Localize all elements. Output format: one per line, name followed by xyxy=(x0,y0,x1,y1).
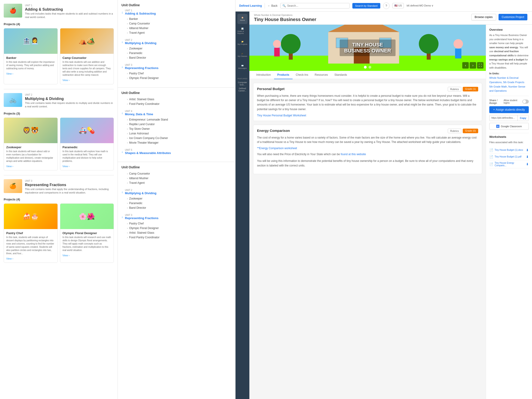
outline-item-food-pantry[interactable]: ›Food Pantry Coordinator xyxy=(127,101,232,106)
outline-sect3-unit2-name: Multiplying & Dividing xyxy=(125,191,157,195)
outline-item-stained-glass[interactable]: ›Artist: Stained Glass xyxy=(127,97,232,101)
back-button[interactable]: ← Back xyxy=(268,4,278,7)
outline-item-camp2[interactable]: ›Camp Counselor xyxy=(127,171,232,176)
banker-view-link[interactable]: View › xyxy=(6,72,13,75)
worksheet-download-3[interactable]: ⬇ xyxy=(526,162,529,166)
tab-check-ins[interactable]: Check-Ins xyxy=(292,71,311,79)
outline-unit3-header[interactable]: ↓ UNIT 3 Representing Fractions xyxy=(121,64,232,70)
nav-messages-item[interactable]: ✉️ Messages xyxy=(237,62,247,72)
search-input[interactable] xyxy=(287,4,348,7)
outline-item-iditarod2[interactable]: ›Iditarod Musher xyxy=(127,176,232,181)
video-prev-button[interactable]: ‹ xyxy=(462,62,469,69)
camp-counselor-view-link[interactable]: View › xyxy=(63,79,70,82)
video-fullscreen-button[interactable]: ⛶ xyxy=(477,62,483,69)
paramedic-title: Paramedic xyxy=(63,146,112,149)
outline-item-food2[interactable]: ›Food Pantry Coordinator xyxy=(127,235,232,240)
energy-comparison-rubrics-button[interactable]: Rubrics xyxy=(448,129,461,133)
chevron-icon: › xyxy=(127,119,128,121)
worksheet-download-2[interactable]: ⬇ xyxy=(526,155,529,159)
outline-item-stained2[interactable]: ›Artist: Stained Glass xyxy=(127,230,232,235)
outline-unit5-header[interactable]: ↓ UNIT 5 Shapes & Measurable Attributes xyxy=(121,149,232,155)
help-button[interactable]: ? xyxy=(383,3,390,9)
paramedic-view-link[interactable]: View › xyxy=(63,165,70,168)
nav-classes-item[interactable]: 🎓 My Classes xyxy=(237,50,247,60)
browse-copies-button[interactable]: Browse copies xyxy=(471,14,496,20)
zookeeper-view-link[interactable]: View › xyxy=(6,165,13,168)
outline-item-camp-counselor[interactable]: ›Camp Counselor xyxy=(127,21,232,26)
personal-budget-rubrics-button[interactable]: Rubrics xyxy=(448,87,461,91)
allow-logins-toggle[interactable] xyxy=(522,100,529,104)
nav-home-item[interactable]: 🏠 Home xyxy=(237,14,247,24)
in-units-link-1[interactable]: Whole Number & Decimal Operations, 5th G… xyxy=(489,76,529,84)
outline-item-lemonade[interactable]: ›Entrepreneur: Lemonade Stand xyxy=(127,117,232,122)
outline-item-lunar[interactable]: ›Lunar Astronaut xyxy=(127,131,232,136)
search-icon: 🔍 xyxy=(282,4,286,7)
worksheet-name-1[interactable]: Tiny House Budget (1).docx xyxy=(494,149,526,151)
outline-item-zookeeper[interactable]: ›Zookeeper xyxy=(127,46,232,51)
outline-item-banker-label: Banker xyxy=(129,17,138,20)
worksheet-name-2[interactable]: Tiny House Budget (1).pdf xyxy=(494,155,526,158)
account-button[interactable]: b6 defined-MO Demo ∨ xyxy=(407,4,433,7)
electricity-price-link[interactable]: found at this website xyxy=(341,153,366,156)
copy-button[interactable]: Copy xyxy=(518,115,529,121)
tab-resources[interactable]: Resources xyxy=(311,71,331,79)
outline-item-toy-store[interactable]: ›Toy Store Owner xyxy=(127,127,232,131)
energy-comparison-worksheet-link[interactable]: **Energy Comparison worksheet xyxy=(257,147,297,150)
floral-designer-view-link[interactable]: View › xyxy=(63,254,70,257)
outline-item-travel-agent[interactable]: ›Travel Agent xyxy=(127,31,232,35)
featured-defined-career[interactable]: Defined Career... xyxy=(236,87,248,93)
video-next-button[interactable]: › xyxy=(470,62,476,69)
featured-label: FEATURED xyxy=(236,78,248,80)
outline-item-iditarod[interactable]: ›Iditarod Musher xyxy=(127,26,232,31)
in-units-link-2[interactable]: 5th Grade Math, Number Sense and Operati… xyxy=(489,84,529,93)
search-by-standard-button[interactable]: Search by Standard xyxy=(352,3,380,9)
banker-desc: In this task students will explore the i… xyxy=(6,61,55,70)
pastry-chef-view-link[interactable]: View › xyxy=(6,257,13,260)
google-classroom-button[interactable]: G Google Classroom xyxy=(489,123,529,130)
outline-item-band-director[interactable]: ›Band Director xyxy=(127,55,232,60)
outline-item-zookeeper-label: Zookeeper xyxy=(129,47,142,50)
chevron-icon: › xyxy=(127,142,128,144)
personal-budget-desc: When purchasing a home, there are many t… xyxy=(257,94,478,112)
featured-computer-science[interactable]: Computer Scie... xyxy=(236,81,248,87)
outline-sect3-unit2-header[interactable]: ↓ UNIT 2 Multiplying & Dividing xyxy=(121,189,232,195)
outline-item-olympic-floral[interactable]: ›Olympic Floral Designer xyxy=(127,76,232,80)
outline-item-camp-counselor-label: Camp Counselor xyxy=(129,22,150,25)
tab-standards[interactable]: Standards xyxy=(331,71,350,79)
outline-item-pastry2-label: Pastry Chef xyxy=(129,222,144,225)
nav-goals-item[interactable]: 📊 Goals & Reports xyxy=(237,26,247,36)
outline-item-reptile[interactable]: ›Reptile Land Curator xyxy=(127,122,232,127)
outline-item-floral2[interactable]: ›Olympic Floral Designer xyxy=(127,226,232,230)
search-box[interactable]: 🔍 xyxy=(280,3,350,9)
worksheet-name-3[interactable]: Tiny House Energy Comparis... xyxy=(494,162,526,167)
chevron-icon: › xyxy=(127,182,128,184)
outline-item-lemonade-label: Entrepreneur: Lemonade Stand xyxy=(129,118,168,121)
outline-unit4-header[interactable]: ↓ UNIT 4 Money, Data & Time xyxy=(121,110,232,116)
chevron-icon: › xyxy=(127,227,128,229)
region-button[interactable]: 🇺🇸 US xyxy=(392,3,404,8)
assign-students-directly-button[interactable]: + Assign students directly xyxy=(489,106,529,113)
outline-sect3-unit3-header[interactable]: ↓ UNIT 3 Representing Fractions xyxy=(121,214,232,220)
outline-unit5-name: Shapes & Measurable Attributes xyxy=(125,151,171,155)
worksheet-download-1[interactable]: ⬇ xyxy=(526,148,529,152)
outline-item-travel2[interactable]: ›Travel Agent xyxy=(127,181,232,185)
outline-no-unit-items: ›Artist: Stained Glass ›Food Pantry Coor… xyxy=(121,97,232,106)
personal-budget-worksheet-link[interactable]: Tiny House Personal Budget Worksheet xyxy=(257,114,306,117)
nav-projects-item[interactable]: 📁 My Projects xyxy=(237,38,247,48)
customize-project-button[interactable]: Customize Project xyxy=(499,14,527,20)
outline-item-ice-cream[interactable]: ›Ice Cream Company Co-Owner xyxy=(127,136,232,140)
outline-item-pastry2[interactable]: ›Pastry Chef xyxy=(127,221,232,226)
tab-products[interactable]: Products xyxy=(274,71,292,79)
outline-item-banker[interactable]: ›Banker xyxy=(127,17,232,21)
outline-item-para2[interactable]: ›Paramedic xyxy=(127,201,232,205)
outline-item-paramedic[interactable]: ›Paramedic xyxy=(127,51,232,55)
floral-designer-image: 🌸🌺 xyxy=(60,204,114,229)
outline-unit1-header[interactable]: ↓ UNIT 1 Adding & Subtracting xyxy=(121,9,232,15)
floral-designer-card: 🌸🌺 Olympic Floral Designer In this task … xyxy=(60,203,114,263)
outline-item-zoo2[interactable]: ›Zookeeper xyxy=(127,196,232,201)
tab-introduction[interactable]: Introduction xyxy=(253,71,274,79)
outline-unit2-header[interactable]: ↓ UNIT 2 Multiplying & Dividing xyxy=(121,39,232,45)
outline-item-movie-theater[interactable]: ›Movie Theater Manager xyxy=(127,140,232,145)
outline-item-band2[interactable]: ›Band Director xyxy=(127,205,232,210)
outline-item-pastry-chef[interactable]: ›Pastry Chef xyxy=(127,71,232,76)
